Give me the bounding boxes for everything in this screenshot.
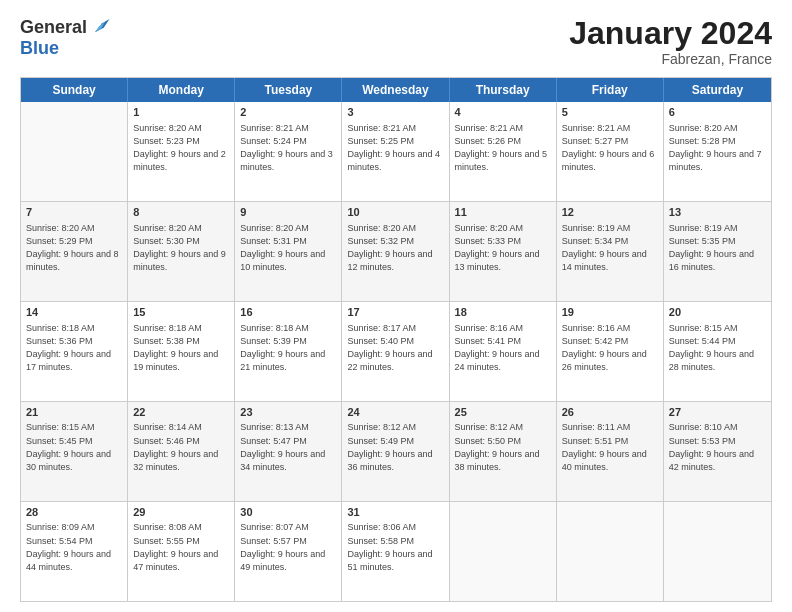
header-friday: Friday: [557, 78, 664, 102]
header-wednesday: Wednesday: [342, 78, 449, 102]
calendar-cell: 3Sunrise: 8:21 AM Sunset: 5:25 PM Daylig…: [342, 102, 449, 201]
day-number: 1: [133, 105, 229, 120]
title-block: January 2024 Fabrezan, France: [569, 16, 772, 67]
day-number: 9: [240, 205, 336, 220]
calendar-cell: 19Sunrise: 8:16 AM Sunset: 5:42 PM Dayli…: [557, 302, 664, 401]
day-number: 22: [133, 405, 229, 420]
calendar: Sunday Monday Tuesday Wednesday Thursday…: [20, 77, 772, 602]
calendar-cell: 12Sunrise: 8:19 AM Sunset: 5:34 PM Dayli…: [557, 202, 664, 301]
calendar-body: 1Sunrise: 8:20 AM Sunset: 5:23 PM Daylig…: [21, 102, 771, 601]
day-number: 29: [133, 505, 229, 520]
day-info: Sunrise: 8:20 AM Sunset: 5:31 PM Dayligh…: [240, 222, 336, 274]
day-number: 25: [455, 405, 551, 420]
day-info: Sunrise: 8:07 AM Sunset: 5:57 PM Dayligh…: [240, 521, 336, 573]
calendar-cell: 11Sunrise: 8:20 AM Sunset: 5:33 PM Dayli…: [450, 202, 557, 301]
calendar-row-2: 7Sunrise: 8:20 AM Sunset: 5:29 PM Daylig…: [21, 202, 771, 302]
calendar-cell: 17Sunrise: 8:17 AM Sunset: 5:40 PM Dayli…: [342, 302, 449, 401]
logo-blue-text: Blue: [20, 38, 59, 59]
calendar-cell: 25Sunrise: 8:12 AM Sunset: 5:50 PM Dayli…: [450, 402, 557, 501]
day-info: Sunrise: 8:14 AM Sunset: 5:46 PM Dayligh…: [133, 421, 229, 473]
calendar-cell: 16Sunrise: 8:18 AM Sunset: 5:39 PM Dayli…: [235, 302, 342, 401]
calendar-header: Sunday Monday Tuesday Wednesday Thursday…: [21, 78, 771, 102]
day-number: 14: [26, 305, 122, 320]
day-number: 23: [240, 405, 336, 420]
day-number: 12: [562, 205, 658, 220]
day-number: 5: [562, 105, 658, 120]
day-info: Sunrise: 8:21 AM Sunset: 5:24 PM Dayligh…: [240, 122, 336, 174]
header-sunday: Sunday: [21, 78, 128, 102]
calendar-cell: 10Sunrise: 8:20 AM Sunset: 5:32 PM Dayli…: [342, 202, 449, 301]
logo: General Blue: [20, 16, 111, 59]
calendar-cell: 7Sunrise: 8:20 AM Sunset: 5:29 PM Daylig…: [21, 202, 128, 301]
day-info: Sunrise: 8:18 AM Sunset: 5:38 PM Dayligh…: [133, 322, 229, 374]
calendar-cell: 13Sunrise: 8:19 AM Sunset: 5:35 PM Dayli…: [664, 202, 771, 301]
calendar-cell: [664, 502, 771, 601]
day-number: 30: [240, 505, 336, 520]
calendar-cell: 22Sunrise: 8:14 AM Sunset: 5:46 PM Dayli…: [128, 402, 235, 501]
header-saturday: Saturday: [664, 78, 771, 102]
day-info: Sunrise: 8:19 AM Sunset: 5:35 PM Dayligh…: [669, 222, 766, 274]
day-info: Sunrise: 8:06 AM Sunset: 5:58 PM Dayligh…: [347, 521, 443, 573]
day-number: 4: [455, 105, 551, 120]
day-number: 15: [133, 305, 229, 320]
calendar-cell: 24Sunrise: 8:12 AM Sunset: 5:49 PM Dayli…: [342, 402, 449, 501]
day-info: Sunrise: 8:13 AM Sunset: 5:47 PM Dayligh…: [240, 421, 336, 473]
calendar-row-3: 14Sunrise: 8:18 AM Sunset: 5:36 PM Dayli…: [21, 302, 771, 402]
header-monday: Monday: [128, 78, 235, 102]
calendar-cell: 1Sunrise: 8:20 AM Sunset: 5:23 PM Daylig…: [128, 102, 235, 201]
day-number: 10: [347, 205, 443, 220]
day-info: Sunrise: 8:20 AM Sunset: 5:23 PM Dayligh…: [133, 122, 229, 174]
day-info: Sunrise: 8:20 AM Sunset: 5:29 PM Dayligh…: [26, 222, 122, 274]
calendar-row-1: 1Sunrise: 8:20 AM Sunset: 5:23 PM Daylig…: [21, 102, 771, 202]
day-number: 6: [669, 105, 766, 120]
day-info: Sunrise: 8:19 AM Sunset: 5:34 PM Dayligh…: [562, 222, 658, 274]
day-number: 17: [347, 305, 443, 320]
day-number: 21: [26, 405, 122, 420]
day-number: 24: [347, 405, 443, 420]
day-number: 19: [562, 305, 658, 320]
calendar-cell: 27Sunrise: 8:10 AM Sunset: 5:53 PM Dayli…: [664, 402, 771, 501]
calendar-cell: 5Sunrise: 8:21 AM Sunset: 5:27 PM Daylig…: [557, 102, 664, 201]
day-info: Sunrise: 8:10 AM Sunset: 5:53 PM Dayligh…: [669, 421, 766, 473]
day-info: Sunrise: 8:12 AM Sunset: 5:49 PM Dayligh…: [347, 421, 443, 473]
day-info: Sunrise: 8:20 AM Sunset: 5:32 PM Dayligh…: [347, 222, 443, 274]
calendar-cell: [450, 502, 557, 601]
day-info: Sunrise: 8:20 AM Sunset: 5:30 PM Dayligh…: [133, 222, 229, 274]
calendar-cell: 31Sunrise: 8:06 AM Sunset: 5:58 PM Dayli…: [342, 502, 449, 601]
day-info: Sunrise: 8:18 AM Sunset: 5:36 PM Dayligh…: [26, 322, 122, 374]
header: General Blue January 2024 Fabrezan, Fran…: [20, 16, 772, 67]
logo-bird-icon: [89, 16, 111, 38]
logo-general-text: General: [20, 17, 87, 38]
day-number: 16: [240, 305, 336, 320]
day-info: Sunrise: 8:15 AM Sunset: 5:44 PM Dayligh…: [669, 322, 766, 374]
calendar-cell: 20Sunrise: 8:15 AM Sunset: 5:44 PM Dayli…: [664, 302, 771, 401]
day-info: Sunrise: 8:09 AM Sunset: 5:54 PM Dayligh…: [26, 521, 122, 573]
day-number: 31: [347, 505, 443, 520]
day-info: Sunrise: 8:21 AM Sunset: 5:26 PM Dayligh…: [455, 122, 551, 174]
day-number: 11: [455, 205, 551, 220]
calendar-cell: 28Sunrise: 8:09 AM Sunset: 5:54 PM Dayli…: [21, 502, 128, 601]
calendar-row-5: 28Sunrise: 8:09 AM Sunset: 5:54 PM Dayli…: [21, 502, 771, 601]
calendar-row-4: 21Sunrise: 8:15 AM Sunset: 5:45 PM Dayli…: [21, 402, 771, 502]
calendar-cell: 8Sunrise: 8:20 AM Sunset: 5:30 PM Daylig…: [128, 202, 235, 301]
header-thursday: Thursday: [450, 78, 557, 102]
calendar-cell: 14Sunrise: 8:18 AM Sunset: 5:36 PM Dayli…: [21, 302, 128, 401]
calendar-cell: 26Sunrise: 8:11 AM Sunset: 5:51 PM Dayli…: [557, 402, 664, 501]
day-info: Sunrise: 8:16 AM Sunset: 5:41 PM Dayligh…: [455, 322, 551, 374]
day-number: 18: [455, 305, 551, 320]
day-info: Sunrise: 8:18 AM Sunset: 5:39 PM Dayligh…: [240, 322, 336, 374]
calendar-cell: 15Sunrise: 8:18 AM Sunset: 5:38 PM Dayli…: [128, 302, 235, 401]
day-info: Sunrise: 8:15 AM Sunset: 5:45 PM Dayligh…: [26, 421, 122, 473]
calendar-cell: 4Sunrise: 8:21 AM Sunset: 5:26 PM Daylig…: [450, 102, 557, 201]
calendar-cell: 21Sunrise: 8:15 AM Sunset: 5:45 PM Dayli…: [21, 402, 128, 501]
day-info: Sunrise: 8:16 AM Sunset: 5:42 PM Dayligh…: [562, 322, 658, 374]
day-number: 8: [133, 205, 229, 220]
day-number: 20: [669, 305, 766, 320]
day-number: 2: [240, 105, 336, 120]
day-info: Sunrise: 8:11 AM Sunset: 5:51 PM Dayligh…: [562, 421, 658, 473]
day-info: Sunrise: 8:08 AM Sunset: 5:55 PM Dayligh…: [133, 521, 229, 573]
day-info: Sunrise: 8:20 AM Sunset: 5:33 PM Dayligh…: [455, 222, 551, 274]
calendar-cell: [557, 502, 664, 601]
calendar-cell: 6Sunrise: 8:20 AM Sunset: 5:28 PM Daylig…: [664, 102, 771, 201]
month-title: January 2024: [569, 16, 772, 51]
